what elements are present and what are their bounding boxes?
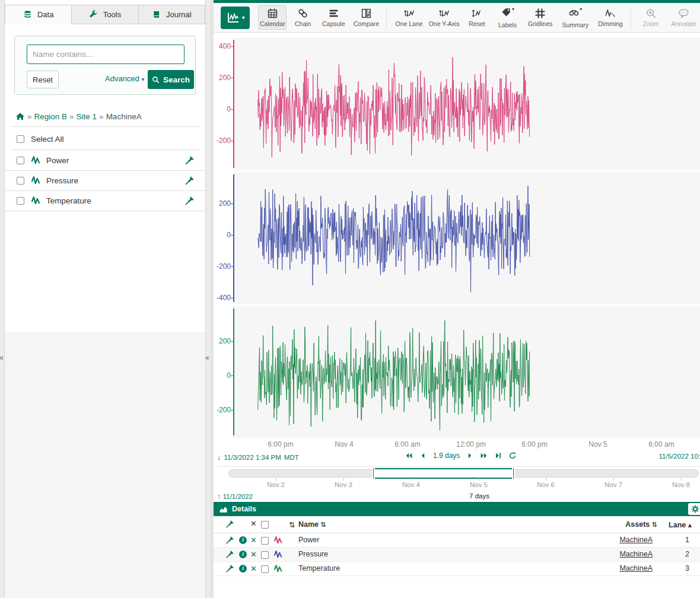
view-selector-button[interactable]: ▾ <box>221 7 250 29</box>
x-tick: 12:00 pm <box>456 440 486 448</box>
table-row-pressure[interactable]: i ✕ Pressure MachineA 2 <box>214 548 700 562</box>
asset-link[interactable]: MachineA <box>619 550 653 558</box>
toolbar-calendar[interactable]: Calendar <box>258 5 287 30</box>
toolbar-labels[interactable]: ▾ Labels <box>494 5 522 30</box>
trend-lane-pressure[interactable]: 200 0 -200 -400 <box>214 172 700 304</box>
trend-lane-temperature[interactable]: 200 0 -200 <box>214 306 700 438</box>
refresh-icon[interactable] <box>508 451 517 460</box>
row-name: Temperature <box>298 564 340 572</box>
collapse-left-icon[interactable]: « <box>0 354 4 362</box>
collapse-sidebar-icon[interactable]: « <box>205 354 209 362</box>
remove-column-icon[interactable]: ✕ <box>250 520 256 529</box>
range-duration[interactable]: 1.9 days <box>433 451 460 460</box>
tab-journal[interactable]: Journal <box>139 5 205 24</box>
pin-icon[interactable] <box>225 564 234 573</box>
toolbar-annotate[interactable]: Annotate <box>667 6 700 29</box>
signal-icon <box>273 549 284 559</box>
toolbar-dimming[interactable]: Dimming <box>594 6 626 29</box>
toolbar-one-y-axis[interactable]: One Y-Axis <box>428 6 460 29</box>
trend-view-icon <box>226 12 240 24</box>
sort-assets-icon[interactable]: ⇅ <box>652 521 657 528</box>
info-icon[interactable]: i <box>239 565 247 572</box>
toolbar-chain[interactable]: Chain <box>289 6 317 29</box>
timeline-selection-window[interactable] <box>374 468 513 479</box>
pin-column-icon[interactable] <box>225 520 234 529</box>
row-checkbox[interactable] <box>261 537 269 545</box>
temperature-checkbox[interactable] <box>17 197 24 205</box>
range-start[interactable]: ↓ 11/3/2022 1:34 PM MDT <box>217 453 299 462</box>
remove-icon[interactable]: ✕ <box>250 564 257 573</box>
toolbar-gridlines[interactable]: Gridlines <box>524 6 556 29</box>
asset-link[interactable]: MachineA <box>619 536 653 544</box>
pin-icon[interactable] <box>184 155 195 166</box>
toolbar-zoom[interactable]: Zoom <box>637 6 665 29</box>
lane-column-header[interactable]: Lane ▴ <box>669 520 692 529</box>
pin-icon[interactable] <box>184 176 195 186</box>
pressure-checkbox[interactable] <box>17 177 24 185</box>
search-button[interactable]: Search <box>148 70 194 89</box>
range-end[interactable]: 11/5/2022 10: <box>659 453 700 460</box>
chevron-down-icon: ▾ <box>141 76 144 82</box>
range-start-label[interactable]: 11/3/2022 1:34 PM <box>224 454 281 461</box>
list-item-power[interactable]: Power <box>5 151 205 171</box>
toolbar-capsule[interactable]: Capsule <box>319 6 348 29</box>
details-settings-button[interactable] <box>688 503 700 515</box>
row-checkbox[interactable] <box>261 551 269 559</box>
timeline-duration[interactable]: 7 days <box>469 492 489 500</box>
x-tick: Nov 4 <box>335 440 353 448</box>
x-axis-labels: 6:00 pm Nov 4 6:00 am 12:00 pm 6:00 pm N… <box>214 440 700 449</box>
signal-icon <box>31 195 42 206</box>
select-all-rows-checkbox[interactable] <box>261 521 269 529</box>
trend-lane-power[interactable]: 400 200 0 -200 <box>214 37 700 170</box>
toolbar-one-lane[interactable]: One Lane <box>393 6 425 29</box>
investigate-start[interactable]: ↑ 11/1/2022 <box>217 492 253 501</box>
step-forward-icon[interactable] <box>466 451 474 460</box>
dimming-icon <box>604 8 616 19</box>
sort-type-icon[interactable]: ⇅ <box>289 520 295 529</box>
toolbar-reset[interactable]: Reset <box>463 6 491 29</box>
list-item-temperature[interactable]: Temperature <box>5 191 205 211</box>
step-back-large-icon[interactable] <box>405 451 413 460</box>
tab-data[interactable]: Data <box>5 5 72 24</box>
advanced-toggle[interactable]: Advanced ▾ <box>105 74 144 83</box>
sort-name-icon[interactable]: ⇅ <box>321 521 326 528</box>
range-end-label[interactable]: 11/5/2022 10: <box>659 453 700 460</box>
window-right-handle[interactable] <box>512 468 515 479</box>
y-tick: 400 <box>214 42 231 50</box>
step-forward-large-icon[interactable] <box>480 451 488 460</box>
table-row-temperature[interactable]: i ✕ Temperature MachineA 3 <box>214 562 700 576</box>
remove-icon[interactable]: ✕ <box>250 550 257 559</box>
tab-tools[interactable]: Tools <box>72 5 138 24</box>
outer-collapse-rail[interactable]: « <box>0 0 5 598</box>
search-input[interactable] <box>27 44 184 64</box>
name-column-header[interactable]: Name ⇅ <box>298 520 326 529</box>
list-item-pressure[interactable]: Pressure <box>5 171 205 191</box>
info-icon[interactable]: i <box>239 551 247 558</box>
sidebar-collapse-rail[interactable]: « <box>205 0 210 598</box>
step-to-end-icon[interactable] <box>494 451 502 460</box>
select-all-checkbox[interactable] <box>17 135 24 143</box>
assets-column-header[interactable]: Assets ⇅ <box>625 520 657 529</box>
reset-button[interactable]: Reset <box>27 71 59 88</box>
row-checkbox[interactable] <box>261 565 269 573</box>
window-left-handle[interactable] <box>372 468 375 479</box>
remove-icon[interactable]: ✕ <box>250 536 257 545</box>
y-tick: 200 <box>214 199 231 208</box>
step-back-icon[interactable] <box>419 451 427 460</box>
table-row-power[interactable]: i ✕ Power MachineA 1 <box>214 533 700 548</box>
pin-icon[interactable] <box>184 196 195 206</box>
power-checkbox[interactable] <box>17 157 24 164</box>
home-icon[interactable] <box>15 112 25 121</box>
power-series <box>233 37 700 170</box>
asset-link[interactable]: MachineA <box>619 564 653 572</box>
details-title: Details <box>232 505 256 513</box>
info-icon[interactable]: i <box>239 536 247 544</box>
toolbar-compare[interactable]: Compare <box>350 6 383 29</box>
pin-icon[interactable] <box>225 550 234 559</box>
breadcrumb-region-b[interactable]: Region B <box>34 112 68 121</box>
toolbar-summary[interactable]: ▾ Summary <box>559 5 591 30</box>
timezone-label[interactable]: MDT <box>284 454 299 461</box>
pin-icon[interactable] <box>225 536 234 545</box>
breadcrumb-site-1[interactable]: Site 1 <box>77 112 97 121</box>
lane-number: 3 <box>685 564 689 572</box>
